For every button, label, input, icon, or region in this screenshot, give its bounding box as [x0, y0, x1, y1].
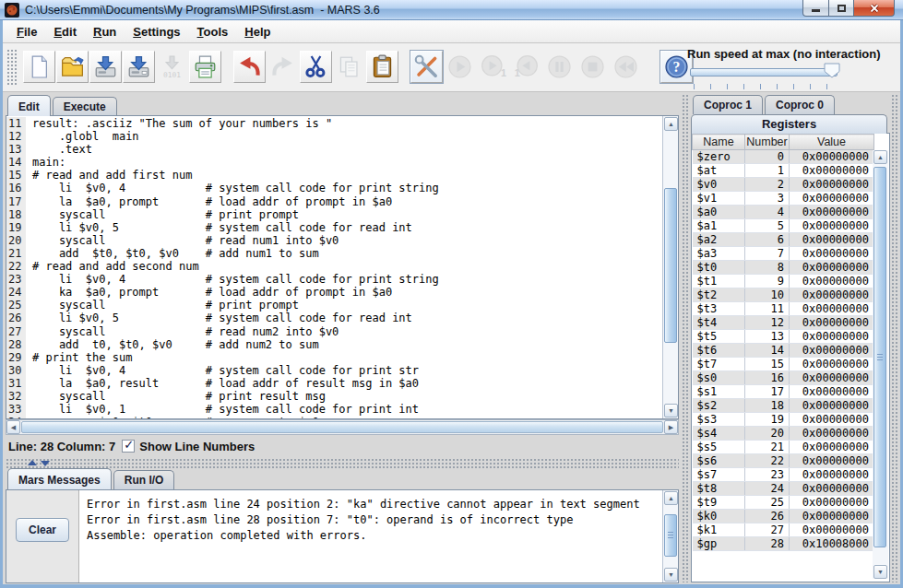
editor-vscroll-thumb[interactable] [664, 188, 677, 343]
register-value[interactable]: 0x00000000 [790, 496, 874, 510]
code-line-27[interactable]: 27 syscall # read num2 into $v0 [6, 325, 662, 338]
code-area[interactable]: 11result: .asciiz "The sum of your numbe… [6, 117, 662, 418]
code-line-30[interactable]: 30 li $v0, 4 # system call code for prin… [6, 364, 662, 377]
register-value[interactable]: 0x00000000 [790, 523, 874, 537]
toolbar-drag-handle[interactable] [6, 49, 17, 86]
splitter-up-icon[interactable] [28, 460, 37, 465]
register-value[interactable]: 0x00000000 [790, 454, 874, 468]
register-row-a0[interactable]: $a040x00000000 [693, 206, 874, 219]
messages-vscroll-thumb[interactable] [664, 514, 677, 557]
code-line-11[interactable]: 11result: .asciiz "The sum of your numbe… [6, 117, 662, 130]
register-value[interactable]: 0x00000000 [790, 275, 874, 288]
minimize-button[interactable] [802, 0, 829, 17]
code-line-34[interactable]: 34 move $a0, $t0 # move sum to $a0 [6, 416, 662, 418]
register-row-a1[interactable]: $a150x00000000 [693, 219, 874, 233]
register-row-t4[interactable]: $t4120x00000000 [693, 316, 874, 330]
register-value[interactable]: 0x00000000 [790, 427, 874, 441]
register-value[interactable]: 0x00000000 [790, 178, 874, 192]
registers-tab-coproc-1[interactable]: Coproc 1 [693, 95, 763, 114]
menu-edit[interactable]: Edit [45, 22, 85, 41]
register-value[interactable]: 0x00000000 [790, 330, 874, 344]
code-line-19[interactable]: 19 li $v0, 5 # system call code for read… [6, 221, 662, 234]
register-row-t9[interactable]: $t9250x00000000 [693, 496, 874, 510]
register-value[interactable]: 0x00000000 [790, 192, 874, 206]
register-row-s4[interactable]: $s4200x00000000 [693, 427, 874, 441]
code-line-16[interactable]: 16 li $v0, 4 # system call code for prin… [6, 182, 662, 194]
menu-file[interactable]: File [8, 22, 45, 41]
register-value[interactable]: 0x00000000 [790, 316, 874, 330]
print-button[interactable] [189, 51, 221, 83]
register-row-a3[interactable]: $a370x00000000 [693, 247, 874, 261]
register-value[interactable]: 0x00000000 [790, 288, 874, 302]
register-value[interactable]: 0x00000000 [790, 261, 874, 275]
undo-button[interactable] [233, 51, 266, 83]
register-value[interactable]: 0x00000000 [790, 399, 874, 413]
register-value[interactable]: 0x00000000 [790, 413, 874, 427]
assemble-button[interactable] [410, 51, 443, 83]
code-line-18[interactable]: 18 syscall # print prompt [6, 208, 662, 221]
register-value[interactable]: 0x00000000 [790, 219, 874, 233]
code-editor[interactable]: 11result: .asciiz "The sum of your numbe… [6, 115, 679, 419]
editor-horizontal-scrollbar[interactable]: ◀ ▶ [6, 419, 679, 435]
register-row-at[interactable]: $at10x00000000 [693, 164, 874, 178]
code-line-31[interactable]: 31 la $a0, result # load addr of result … [6, 377, 662, 390]
editor-tab-edit[interactable]: Edit [7, 95, 51, 116]
register-row-a2[interactable]: $a260x00000000 [693, 233, 874, 247]
editor-tab-execute[interactable]: Execute [53, 97, 117, 116]
run-speed-slider-track[interactable] [690, 68, 838, 76]
register-value[interactable]: 0x00000000 [790, 441, 874, 454]
messages-tab-run-i-o[interactable]: Run I/O [113, 470, 175, 489]
code-line-13[interactable]: 13 .text [6, 143, 662, 156]
register-value[interactable]: 0x00000000 [790, 468, 874, 482]
registers-column-name[interactable]: Name [693, 135, 745, 150]
scroll-up-icon[interactable]: ▲ [873, 150, 887, 164]
register-row-s5[interactable]: $s5210x00000000 [693, 441, 874, 454]
register-row-t3[interactable]: $t3110x00000000 [693, 302, 874, 316]
register-row-s2[interactable]: $s2180x00000000 [693, 399, 874, 413]
code-line-26[interactable]: 26 li $v0, 5 # system call code for read… [6, 312, 662, 324]
register-row-s1[interactable]: $s1170x00000000 [693, 385, 874, 399]
register-value[interactable]: 0x00000000 [790, 358, 874, 371]
registers-column-number[interactable]: Number [745, 135, 790, 150]
register-row-t8[interactable]: $t8240x00000000 [693, 482, 874, 496]
code-line-22[interactable]: 22# read and add second num [6, 260, 662, 273]
horizontal-splitter[interactable] [6, 458, 679, 468]
scroll-down-icon[interactable]: ▼ [664, 568, 678, 582]
code-line-17[interactable]: 17 la $a0, prompt # load addr of prompt … [6, 195, 662, 208]
vertical-splitter[interactable] [682, 94, 690, 582]
registers-vscroll-thumb[interactable] [873, 167, 886, 547]
register-value[interactable]: 0x00000000 [790, 247, 874, 261]
code-line-29[interactable]: 29# print the sum [6, 351, 662, 364]
register-value[interactable]: 0x00000000 [790, 510, 874, 523]
register-value[interactable]: 0x00000000 [790, 206, 874, 219]
messages-text-area[interactable]: Error in first.asm line 24 position 2: "… [80, 490, 662, 582]
title-bar[interactable]: C:\Users\Emmi\Documents\My Programs\MIPS… [0, 0, 903, 20]
register-row-t5[interactable]: $t5130x00000000 [693, 330, 874, 344]
scroll-up-icon[interactable]: ▲ [664, 491, 678, 505]
editor-hscroll-thumb[interactable] [21, 421, 663, 433]
register-row-v1[interactable]: $v130x00000000 [693, 192, 874, 206]
register-row-t6[interactable]: $t6140x00000000 [693, 344, 874, 358]
register-value[interactable]: 0x00000000 [790, 150, 874, 164]
code-line-20[interactable]: 20 syscall # read num1 into $v0 [6, 234, 662, 247]
menu-run[interactable]: Run [85, 22, 125, 41]
editor-vertical-scrollbar[interactable]: ▲ ▼ [662, 116, 678, 418]
code-line-33[interactable]: 33 li $v0, 1 # system call code for prin… [6, 403, 662, 416]
code-line-25[interactable]: 25 syscall # print prompt [6, 299, 662, 312]
show-line-numbers-checkbox[interactable]: ✓ [122, 440, 135, 453]
tab-registers[interactable]: Registers [691, 114, 887, 134]
messages-tab-mars-messages[interactable]: Mars Messages [7, 468, 112, 489]
scroll-left-icon[interactable]: ◀ [6, 420, 20, 434]
paste-button[interactable] [366, 51, 398, 83]
messages-vertical-scrollbar[interactable]: ▲ ▼ [662, 490, 678, 582]
code-line-32[interactable]: 32 syscall # print result msg [6, 390, 662, 403]
registers-column-value[interactable]: Value [790, 135, 874, 150]
registers-tab-coproc-0[interactable]: Coproc 0 [765, 95, 835, 114]
code-line-15[interactable]: 15# read and add first num [6, 169, 662, 182]
register-value[interactable]: 0x10008000 [790, 537, 874, 551]
register-row-t0[interactable]: $t080x00000000 [693, 261, 874, 275]
register-row-s3[interactable]: $s3190x00000000 [693, 413, 874, 427]
register-row-t1[interactable]: $t190x00000000 [693, 275, 874, 288]
code-line-14[interactable]: 14main: [6, 156, 662, 169]
code-line-12[interactable]: 12 .globl main [6, 130, 662, 143]
